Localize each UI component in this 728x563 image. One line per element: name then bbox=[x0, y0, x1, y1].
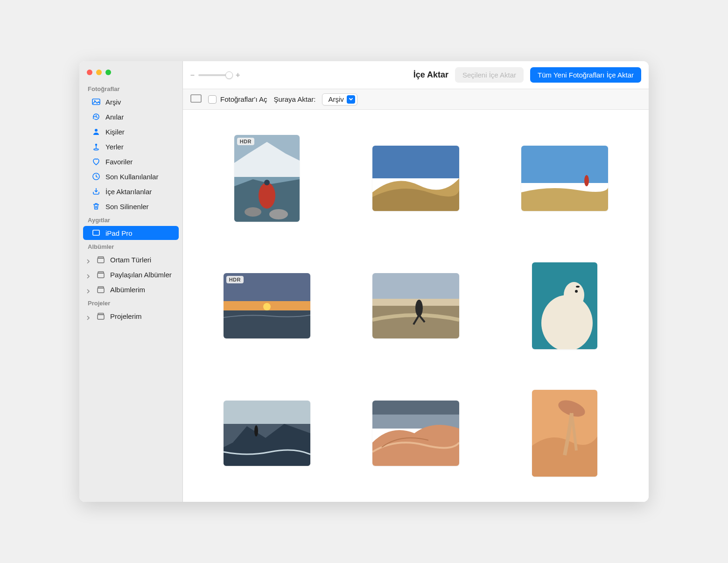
photo-thumbnail[interactable] bbox=[372, 273, 459, 338]
zoom-plus-icon: + bbox=[236, 71, 240, 79]
import-icon bbox=[91, 187, 101, 196]
slider-thumb[interactable] bbox=[225, 71, 233, 79]
zoom-slider[interactable]: – + bbox=[190, 71, 240, 79]
svg-point-3 bbox=[95, 144, 97, 146]
memories-icon bbox=[91, 112, 101, 121]
photo-thumbnail[interactable] bbox=[224, 401, 310, 466]
sidebar-item-label: Favoriler bbox=[105, 158, 133, 166]
svg-point-21 bbox=[264, 180, 270, 185]
slider-track[interactable] bbox=[198, 74, 232, 76]
sidebar-section-albums: Albümler bbox=[79, 240, 182, 252]
sidebar-item-label: Yerler bbox=[105, 143, 124, 151]
import-to-label: Şuraya Aktar: bbox=[273, 95, 315, 103]
photo-thumbnail[interactable] bbox=[532, 262, 597, 349]
sidebar-section-photos: Fotoğraflar bbox=[79, 83, 182, 94]
photo-grid: HDR bbox=[183, 110, 649, 502]
sidebar-item-media-types[interactable]: Ortam Türleri bbox=[83, 253, 179, 267]
import-selected-button[interactable]: Seçileni İçe Aktar bbox=[455, 67, 524, 83]
sidebar-item-favorites[interactable]: Favoriler bbox=[83, 155, 179, 169]
svg-point-26 bbox=[584, 175, 589, 186]
svg-rect-14 bbox=[98, 315, 104, 319]
folder-icon bbox=[96, 285, 105, 294]
open-photos-checkbox[interactable] bbox=[208, 95, 217, 104]
folder-icon bbox=[96, 311, 105, 321]
trash-icon bbox=[91, 202, 101, 211]
svg-point-23 bbox=[269, 209, 288, 219]
import-all-button[interactable]: Tüm Yeni Fotoğrafları İçe Aktar bbox=[530, 67, 641, 83]
sidebar-item-label: Son Silinenler bbox=[105, 203, 149, 211]
zoom-minus-icon: – bbox=[190, 71, 195, 79]
app-window: Fotoğraflar Arşiv Anılar Kişiler Yerler bbox=[79, 61, 649, 502]
svg-rect-6 bbox=[93, 230, 99, 235]
sidebar-item-places[interactable]: Yerler bbox=[83, 140, 179, 154]
sidebar-item-label: Anılar bbox=[105, 113, 124, 121]
clock-icon bbox=[91, 172, 101, 181]
sidebar-item-ipad-pro[interactable]: iPad Pro bbox=[83, 226, 179, 240]
sidebar-item-library[interactable]: Arşiv bbox=[83, 95, 179, 109]
svg-point-43 bbox=[254, 425, 258, 436]
page-title: İçe Aktar bbox=[413, 70, 448, 80]
folder-icon bbox=[96, 255, 105, 264]
svg-rect-10 bbox=[98, 273, 104, 278]
sidebar-item-my-projects[interactable]: Projelerim bbox=[83, 309, 179, 323]
svg-rect-12 bbox=[98, 288, 104, 293]
sidebar-item-label: Paylaşılan Albümler bbox=[110, 271, 172, 279]
photo-icon bbox=[91, 97, 101, 106]
svg-rect-24 bbox=[372, 146, 459, 178]
sidebar-item-label: Albümlerim bbox=[110, 286, 145, 294]
ipad-icon bbox=[91, 228, 101, 238]
sidebar-item-label: Arşiv bbox=[105, 98, 121, 106]
chevron-right-icon bbox=[86, 257, 91, 262]
chevron-down-icon bbox=[347, 95, 355, 104]
svg-point-22 bbox=[245, 207, 261, 217]
sidebar-item-label: Ortam Türleri bbox=[110, 256, 151, 264]
close-window-button[interactable] bbox=[87, 70, 92, 75]
photo-thumbnail[interactable] bbox=[372, 146, 459, 211]
chevron-right-icon bbox=[86, 314, 91, 318]
sidebar-item-my-albums[interactable]: Albümlerim bbox=[83, 282, 179, 296]
svg-point-2 bbox=[95, 129, 98, 132]
sidebar-item-shared-albums[interactable]: Paylaşılan Albümler bbox=[83, 267, 179, 282]
photo-thumbnail[interactable]: HDR bbox=[234, 135, 300, 222]
sidebar-item-label: Son Kullanılanlar bbox=[105, 173, 158, 181]
svg-rect-30 bbox=[224, 310, 310, 338]
fullscreen-window-button[interactable] bbox=[105, 70, 111, 75]
svg-point-4 bbox=[94, 149, 98, 150]
heart-icon bbox=[91, 157, 101, 166]
photo-thumbnail[interactable]: HDR bbox=[224, 273, 310, 338]
open-photos-label: Fotoğraflar'ı Aç bbox=[220, 95, 267, 103]
svg-point-38 bbox=[575, 290, 578, 293]
svg-point-20 bbox=[259, 183, 275, 209]
svg-rect-15 bbox=[191, 95, 201, 102]
sidebar-item-imports[interactable]: İçe Aktarılanlar bbox=[83, 184, 179, 198]
window-controls bbox=[79, 68, 182, 83]
svg-point-29 bbox=[263, 303, 271, 310]
sidebar-section-projects: Projeler bbox=[79, 297, 182, 309]
svg-point-37 bbox=[564, 282, 584, 308]
hdr-badge: HDR bbox=[237, 138, 254, 145]
sidebar: Fotoğraflar Arşiv Anılar Kişiler Yerler bbox=[79, 61, 183, 502]
main-content: – + İçe Aktar Seçileni İçe Aktar Tüm Yen… bbox=[183, 61, 649, 502]
chevron-right-icon bbox=[86, 287, 91, 292]
photo-thumbnail[interactable] bbox=[372, 401, 459, 466]
minimize-window-button[interactable] bbox=[96, 70, 102, 75]
sidebar-item-memories[interactable]: Anılar bbox=[83, 110, 179, 124]
hdr-badge: HDR bbox=[226, 276, 244, 283]
places-icon bbox=[91, 142, 101, 151]
sidebar-item-label: Kişiler bbox=[105, 128, 125, 136]
sidebar-item-label: iPad Pro bbox=[105, 229, 133, 237]
sidebar-item-recently-deleted[interactable]: Son Silinenler bbox=[83, 199, 179, 213]
chevron-right-icon bbox=[86, 272, 91, 277]
photo-thumbnail[interactable] bbox=[532, 390, 597, 477]
toolbar: – + İçe Aktar Seçileni İçe Aktar Tüm Yen… bbox=[183, 61, 649, 89]
device-icon bbox=[190, 94, 202, 104]
sub-toolbar: Fotoğraflar'ı Aç Şuraya Aktar: Arşiv bbox=[183, 89, 649, 110]
svg-point-34 bbox=[415, 300, 423, 317]
import-to-value: Arşiv bbox=[328, 95, 343, 103]
svg-rect-31 bbox=[372, 273, 459, 299]
sidebar-item-recents[interactable]: Son Kullanılanlar bbox=[83, 169, 179, 183]
sidebar-item-people[interactable]: Kişiler bbox=[83, 125, 179, 139]
photo-thumbnail[interactable] bbox=[521, 146, 608, 211]
svg-rect-8 bbox=[98, 258, 104, 263]
import-to-select[interactable]: Arşiv bbox=[322, 93, 357, 106]
